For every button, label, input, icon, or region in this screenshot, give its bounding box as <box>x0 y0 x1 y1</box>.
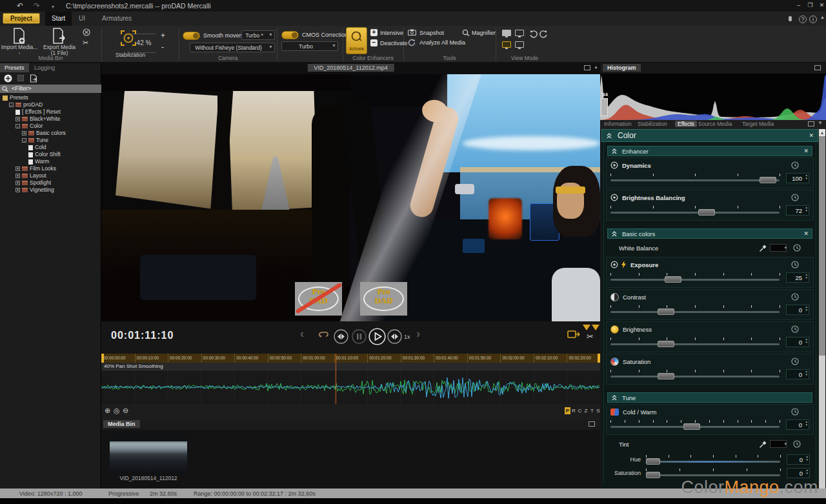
export-preset-icon[interactable] <box>30 74 37 83</box>
preset-filter[interactable]: <Filter> <box>0 85 101 93</box>
spin-arrows-icon[interactable]: ▲▼ <box>805 206 808 212</box>
brightness-balancing-value[interactable]: 72▲▼ <box>786 205 809 216</box>
scissors-icon[interactable]: ✂ <box>83 39 88 47</box>
spin-arrows-icon[interactable]: ▲▼ <box>805 305 808 312</box>
loop-icon[interactable] <box>318 330 328 338</box>
close-icon[interactable]: ✕ <box>803 230 809 237</box>
keyframe-clock-icon[interactable] <box>791 358 799 365</box>
collapse-icon[interactable]: - <box>9 103 14 107</box>
scrollbar-thumb[interactable] <box>819 136 825 356</box>
inspector-scrollbar[interactable]: ▲ ▼ <box>819 129 825 504</box>
tab-start[interactable]: Start <box>45 12 72 26</box>
tab-presets[interactable]: Presets <box>0 63 29 72</box>
dynamics-slider[interactable] <box>610 174 780 183</box>
keyframe-clock-icon[interactable] <box>791 261 799 268</box>
trim-out-marker[interactable] <box>592 325 599 330</box>
step-back-icon[interactable]: ‹ <box>300 327 304 341</box>
timeline-mode-z[interactable]: Z <box>583 407 589 414</box>
keyframe-clock-icon[interactable] <box>793 440 801 448</box>
remove-media-icon[interactable] <box>83 28 90 36</box>
tree-item-cold[interactable]: Cold <box>0 144 101 151</box>
collapse-icon[interactable] <box>611 230 618 237</box>
tree-item-warm[interactable]: Warm <box>0 158 101 165</box>
keyframe-clock-icon[interactable] <box>793 244 801 252</box>
expand-icon[interactable]: + <box>22 131 26 136</box>
dynamics-value[interactable]: 100▲▼ <box>786 173 809 183</box>
slider-handle[interactable] <box>646 458 660 465</box>
tree-item-basic-colors[interactable]: +Basic colors <box>0 130 101 137</box>
rotate-left-icon[interactable] <box>529 30 538 38</box>
playhead[interactable] <box>336 354 336 404</box>
preview-collapse-icon[interactable]: ▲ <box>594 65 598 69</box>
timeline-mode-t[interactable]: T <box>589 407 595 414</box>
maximize-button[interactable]: ❐ <box>805 1 815 10</box>
tree-item-layout[interactable]: +Layout <box>0 172 101 179</box>
deactivate-button[interactable]: Deactivate <box>380 40 408 46</box>
range-end-marker[interactable] <box>598 354 600 363</box>
inspector-tab-effects[interactable]: Effects <box>675 121 697 127</box>
expand-icon[interactable]: + <box>15 181 20 185</box>
timeline-mode-p[interactable]: P <box>565 407 570 414</box>
cmos-mode-dropdown[interactable]: Turbo▼ <box>281 41 338 51</box>
timeline-mode-r[interactable]: R <box>571 407 577 414</box>
close-section-icon[interactable]: ✕ <box>809 132 814 139</box>
expand-icon[interactable]: + <box>15 117 20 121</box>
smooth-movements-toggle[interactable] <box>183 32 200 40</box>
quick-access-chevron-icon[interactable]: ▾ <box>52 2 54 12</box>
timeline-ruler[interactable]: 00:00:00:0000:00:10:0000:00:20:0000:00:3… <box>101 354 600 363</box>
spin-arrows-icon[interactable]: ▲▼ <box>805 338 808 344</box>
tree-item-prodad[interactable]: -proDAD <box>0 101 101 108</box>
slider-handle[interactable] <box>683 423 700 430</box>
tab-logging[interactable]: Logging <box>30 63 59 72</box>
cold-warm-value[interactable]: 0▲▼ <box>786 419 809 430</box>
stabilization-plus-button[interactable]: + <box>161 31 165 40</box>
tree-item-presets[interactable]: Presets <box>0 94 101 101</box>
magnifier-button[interactable]: Magnifier <box>472 30 496 36</box>
tree-item-spotlight[interactable]: +Spotlight <box>0 179 101 186</box>
zoom-fit-icon[interactable]: ◎ <box>114 407 120 415</box>
eyedropper-icon[interactable] <box>759 440 767 449</box>
brightness-value[interactable]: 0▲▼ <box>786 337 809 347</box>
spin-arrows-icon[interactable]: ▲▼ <box>806 469 809 475</box>
slider-handle[interactable] <box>658 341 674 347</box>
keyframe-clock-icon[interactable] <box>791 161 799 169</box>
cold-warm-slider[interactable] <box>610 420 780 430</box>
eyedropper-icon[interactable] <box>759 244 767 252</box>
add-preset-icon[interactable] <box>4 74 12 83</box>
tree-item-effects-reset[interactable]: [ Effects ] Reset <box>0 108 101 116</box>
brightness-balancing-slider[interactable] <box>610 206 780 216</box>
undo-icon[interactable]: ↶ <box>17 1 23 11</box>
intensive-plus-icon[interactable]: + <box>370 29 378 36</box>
enable-toggle-icon[interactable] <box>610 261 618 268</box>
slider-handle[interactable] <box>665 276 681 283</box>
inspector-tab-stabilization[interactable]: Stabilization <box>638 121 667 127</box>
spin-arrows-icon[interactable]: ▲▼ <box>806 455 809 461</box>
hue-value[interactable]: 0▲▼ <box>787 454 810 465</box>
import-media-icon[interactable] <box>12 28 27 45</box>
media-bin-maximize-icon[interactable] <box>589 421 595 427</box>
hue-slider[interactable] <box>646 455 780 465</box>
inspector-tab-target-media[interactable]: Target Media <box>742 121 774 127</box>
slider-handle[interactable] <box>658 373 674 379</box>
saturation-slider[interactable] <box>646 469 780 478</box>
panel-layout-icon[interactable] <box>808 121 814 126</box>
waveform-area[interactable] <box>101 370 600 404</box>
stabilization-percent[interactable]: 42 % <box>132 34 156 53</box>
saturation-slider[interactable] <box>610 370 780 379</box>
expand-icon[interactable]: + <box>15 174 20 178</box>
histogram-marker[interactable] <box>601 98 608 116</box>
zoom-in-icon[interactable]: ⊕ <box>105 407 110 415</box>
inspector-tab-source-media[interactable]: Source Media <box>698 121 732 127</box>
contrast-value[interactable]: 0▲▼ <box>786 305 809 315</box>
brightness-slider[interactable] <box>610 338 780 347</box>
redo-icon[interactable]: ↷ <box>34 1 40 11</box>
tree-item-black-white[interactable]: +Black+White <box>0 116 101 123</box>
spin-arrows-icon[interactable]: ▲▼ <box>805 174 808 180</box>
pause-button[interactable] <box>352 329 367 344</box>
view-mode-split-icon[interactable] <box>502 41 511 48</box>
smooth-mode-dropdown[interactable]: Turbo *▼ <box>241 30 275 40</box>
keyframe-clock-icon[interactable] <box>791 194 799 201</box>
saturation-value[interactable]: 0▲▼ <box>786 369 809 379</box>
tab-armatures[interactable]: Armatures <box>96 12 138 26</box>
snapshot-icon[interactable] <box>408 29 416 35</box>
